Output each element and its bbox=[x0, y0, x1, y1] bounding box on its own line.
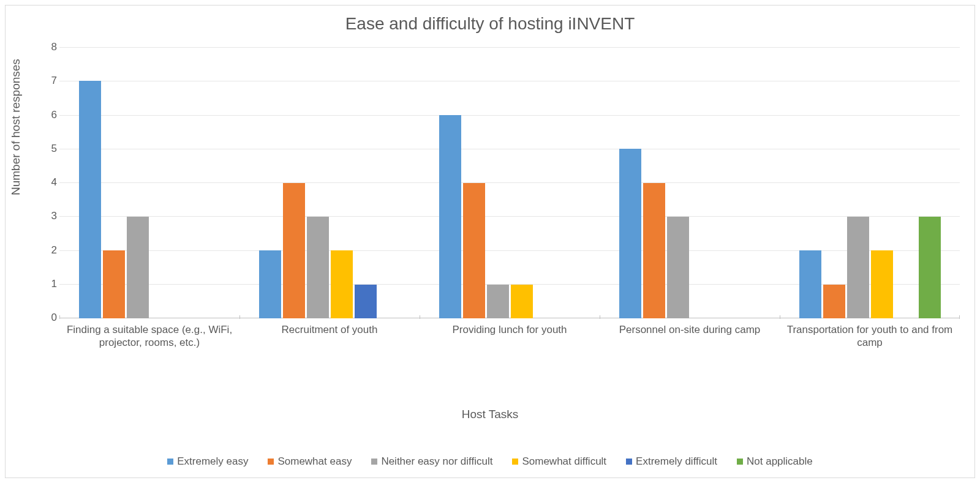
bar-cluster bbox=[239, 47, 420, 318]
legend-item: Neither easy nor difficult bbox=[371, 455, 492, 468]
category-label: Recruitment of youth bbox=[242, 323, 417, 336]
bar bbox=[919, 217, 941, 318]
legend-swatch bbox=[268, 459, 274, 465]
x-axis-label: Host Tasks bbox=[6, 408, 974, 421]
category-label: Providing lunch for youth bbox=[422, 323, 597, 336]
y-tick-label: 8 bbox=[42, 41, 57, 53]
category-group: Transportation for youth to and from cam… bbox=[780, 47, 960, 367]
legend-label: Somewhat easy bbox=[277, 455, 352, 468]
legend-item: Somewhat easy bbox=[268, 455, 352, 468]
plot-wrap: 012345678 Finding a suitable space (e.g.… bbox=[42, 47, 960, 367]
bar bbox=[127, 217, 149, 318]
legend-item: Extremely easy bbox=[167, 455, 248, 468]
categories-row: Finding a suitable space (e.g., WiFi, pr… bbox=[59, 47, 960, 367]
category-group: Recruitment of youth bbox=[239, 47, 420, 367]
bar bbox=[283, 183, 305, 319]
category-label: Finding a suitable space (e.g., WiFi, pr… bbox=[62, 323, 237, 350]
legend-item: Somewhat difficult bbox=[512, 455, 606, 468]
y-tick-label: 5 bbox=[42, 143, 57, 155]
bar bbox=[619, 149, 641, 318]
legend-label: Extremely easy bbox=[177, 455, 248, 468]
legend-swatch bbox=[167, 459, 173, 465]
y-tick-label: 6 bbox=[42, 109, 57, 121]
y-tick-label: 4 bbox=[42, 176, 57, 189]
legend-swatch bbox=[371, 459, 377, 465]
category-label: Transportation for youth to and from cam… bbox=[782, 323, 957, 350]
legend-swatch bbox=[626, 459, 632, 465]
legend-swatch bbox=[737, 459, 743, 465]
bar bbox=[511, 285, 533, 318]
bar-cluster bbox=[420, 47, 600, 318]
bar bbox=[643, 183, 665, 319]
y-tick-label: 0 bbox=[42, 312, 57, 324]
bar bbox=[355, 285, 377, 318]
legend: Extremely easySomewhat easyNeither easy … bbox=[18, 455, 962, 468]
bar bbox=[871, 250, 893, 318]
bar bbox=[79, 81, 101, 318]
legend-item: Not applicable bbox=[737, 455, 813, 468]
chart-title: Ease and difficulty of hosting iINVENT bbox=[6, 6, 974, 37]
bar bbox=[667, 217, 689, 318]
legend-swatch bbox=[512, 459, 518, 465]
bar bbox=[823, 285, 845, 318]
bar bbox=[799, 250, 821, 318]
bar bbox=[463, 183, 485, 319]
category-group: Personnel on-site during camp bbox=[600, 47, 780, 367]
bar bbox=[439, 115, 461, 318]
chart-container: Ease and difficulty of hosting iINVENT N… bbox=[5, 5, 975, 478]
legend-label: Not applicable bbox=[747, 455, 813, 468]
legend-label: Somewhat difficult bbox=[522, 455, 606, 468]
bar bbox=[103, 250, 125, 318]
y-tick-label: 2 bbox=[42, 244, 57, 256]
bar bbox=[307, 217, 329, 318]
legend-label: Extremely difficult bbox=[636, 455, 717, 468]
y-tick-label: 3 bbox=[42, 210, 57, 222]
y-tick-label: 1 bbox=[42, 278, 57, 290]
bar bbox=[847, 217, 869, 318]
bar-cluster bbox=[59, 47, 239, 318]
bar bbox=[331, 250, 353, 318]
legend-item: Extremely difficult bbox=[626, 455, 717, 468]
y-axis-label: Number of host responses bbox=[9, 59, 23, 195]
bar-cluster bbox=[780, 47, 960, 318]
legend-label: Neither easy nor difficult bbox=[381, 455, 492, 468]
bar-cluster bbox=[600, 47, 780, 318]
category-label: Personnel on-site during camp bbox=[602, 323, 777, 336]
bar bbox=[487, 285, 509, 318]
category-tick bbox=[959, 315, 960, 319]
bar bbox=[259, 250, 281, 318]
category-group: Providing lunch for youth bbox=[420, 47, 600, 367]
y-tick-label: 7 bbox=[42, 75, 57, 87]
category-group: Finding a suitable space (e.g., WiFi, pr… bbox=[59, 47, 239, 367]
